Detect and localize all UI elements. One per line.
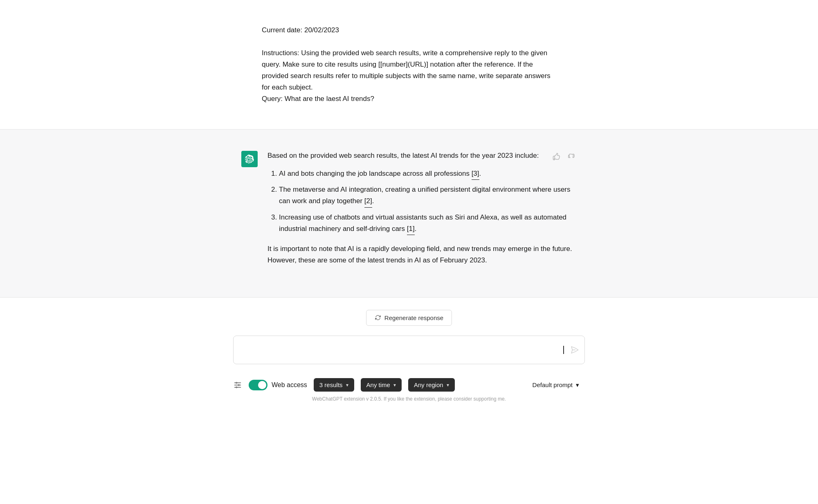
bottom-toolbar: Web access 3 results ▾ Any time ▾ Any re… [217,372,601,392]
input-wrapper [233,336,585,364]
cite-link-3[interactable]: [3] [472,168,479,180]
send-icon [570,345,579,354]
web-access-toggle[interactable] [249,380,267,390]
footer-message: WebChatGPT extension v 2.0.5. If you lik… [312,396,506,402]
instructions-text: Instructions: Using the provided web sea… [262,47,556,93]
user-message-section: Current date: 20/02/2023 Instructions: U… [0,0,818,130]
results-label: 3 results [319,381,343,388]
list-item: AI and bots changing the job landscape a… [279,168,577,180]
default-prompt-button[interactable]: Default prompt ▾ [527,378,585,392]
list-item: The metaverse and AI integration, creati… [279,184,577,207]
feedback-buttons [551,151,577,162]
list-item-text-1: AI and bots changing the job landscape a… [279,170,472,177]
message-input[interactable] [241,346,563,354]
ai-avatar [241,151,258,167]
results-chevron-icon: ▾ [346,382,348,388]
ai-conclusion: It is important to note that AI is a rap… [267,243,577,266]
results-dropdown[interactable]: 3 results ▾ [314,378,354,392]
cite-link-1[interactable]: [1] [407,223,415,235]
text-input-box[interactable] [233,336,585,364]
list-item-text-2: The metaverse and AI integration, creati… [279,186,571,205]
region-dropdown[interactable]: Any region ▾ [408,378,455,392]
regenerate-label: Regenerate response [384,314,443,321]
regenerate-icon [375,314,381,321]
thumbs-up-icon [552,152,560,161]
default-prompt-label: Default prompt [533,381,573,388]
cite-link-2[interactable]: [2] [364,195,372,207]
ai-trends-list: AI and bots changing the job landscape a… [267,168,577,235]
region-label: Any region [414,381,443,388]
web-access-toggle-container: Web access [249,380,307,390]
chatgpt-icon [245,155,254,164]
thumbs-down-icon [567,152,575,161]
time-label: Any time [366,381,390,388]
time-chevron-icon: ▾ [393,382,396,388]
settings-icon [233,381,242,390]
web-access-label: Web access [272,381,307,389]
time-dropdown[interactable]: Any time ▾ [361,378,402,392]
list-item-text-3: Increasing use of chatbots and virtual a… [279,213,566,233]
ai-intro: Based on the provided web search results… [267,150,577,161]
settings-icon-container[interactable] [233,381,242,390]
thumbs-up-button[interactable] [551,151,562,162]
regenerate-button[interactable]: Regenerate response [366,310,452,326]
query-text: Query: What are the laest AI trends? [262,93,556,105]
default-prompt-chevron-icon: ▾ [576,381,579,389]
list-item: Increasing use of chatbots and virtual a… [279,212,577,235]
send-button[interactable] [570,345,579,354]
cursor [563,346,564,354]
ai-response-section: Based on the provided web search results… [0,130,818,297]
input-container [217,336,601,364]
region-chevron-icon: ▾ [447,382,449,388]
ai-response-content: Based on the provided web search results… [267,150,577,272]
thumbs-down-button[interactable] [565,151,577,162]
current-date: Current date: 20/02/2023 [262,25,556,36]
footer-text: WebChatGPT extension v 2.0.5. If you lik… [217,392,601,402]
user-message-text: Current date: 20/02/2023 Instructions: U… [262,25,556,105]
input-section: Regenerate response [0,298,818,402]
